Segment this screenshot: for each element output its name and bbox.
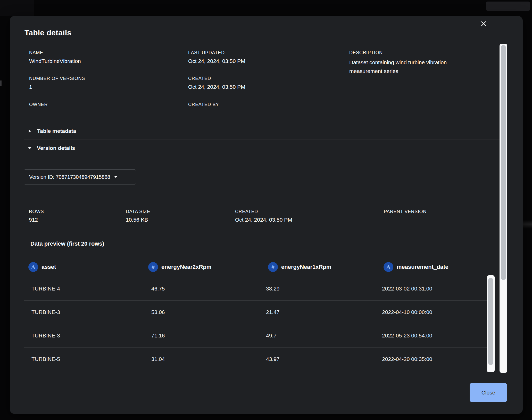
triangle-down-icon: [28, 147, 32, 150]
cell-energyNear2xRpm: 46.75: [151, 286, 165, 292]
column-name: energyNear2xRpm: [161, 264, 211, 270]
number-of-versions-value: 1: [29, 84, 32, 90]
created-value: Oct 24, 2024, 03:50 PM: [188, 84, 245, 90]
table-header-row: A asset # energyNear2xRpm # energyNear1x…: [24, 257, 495, 277]
table-row: TURBINE-5 31.04 43.97 2022-04-20 00:35:0…: [24, 348, 495, 371]
text-type-icon: A: [384, 262, 393, 272]
section-divider: [24, 140, 502, 140]
table-scrollbar-thumb[interactable]: [488, 278, 493, 365]
column-header-asset: A asset: [28, 262, 56, 272]
number-type-icon: #: [148, 262, 158, 272]
cell-measurement-date: 2022-04-10 00:00:00: [382, 309, 432, 315]
data-preview-heading: Data preview (first 20 rows): [30, 240, 104, 247]
dialog-scrollbar-thumb[interactable]: [501, 45, 506, 280]
number-type-icon: #: [268, 262, 278, 272]
created-by-label: CREATED BY: [188, 102, 219, 107]
version-created-value: Oct 24, 2024, 03:50 PM: [235, 217, 292, 223]
cell-energyNear1xRpm: 43.97: [266, 356, 280, 362]
owner-label: OWNER: [29, 102, 48, 107]
table-row: TURBINE-3 71.16 49.7 2022-05-23 00:54:00: [24, 324, 495, 348]
caret-down-icon: [114, 176, 118, 178]
cell-asset: TURBINE-3: [31, 333, 60, 339]
cell-energyNear2xRpm: 31.04: [151, 356, 165, 362]
close-icon[interactable]: [479, 19, 488, 28]
name-label: NAME: [29, 50, 43, 55]
table-metadata-label: Table metadata: [37, 128, 76, 134]
cell-energyNear1xRpm: 49.7: [266, 333, 277, 339]
dialog-title: Table details: [24, 28, 71, 37]
background-button-remnant: [486, 2, 530, 11]
version-details-label: Version details: [37, 145, 75, 151]
parent-version-value: --: [384, 217, 387, 223]
cell-asset: TURBINE-3: [31, 309, 60, 315]
created-label: CREATED: [188, 76, 211, 81]
version-id-dropdown[interactable]: Version ID: 7087173048947915868: [24, 169, 136, 184]
number-of-versions-label: NUMBER OF VERSIONS: [29, 76, 85, 81]
description-value: Dataset containing wind turbine vibratio…: [349, 58, 467, 76]
cell-measurement-date: 2022-03-02 00:31:00: [382, 286, 432, 292]
last-updated-label: LAST UPDATED: [188, 50, 225, 55]
data-preview-table: A asset # energyNear2xRpm # energyNear1x…: [24, 257, 495, 371]
version-id-value: Version ID: 7087173048947915868: [29, 174, 110, 180]
cell-measurement-date: 2022-04-20 00:35:00: [382, 356, 432, 362]
parent-version-label: PARENT VERSION: [384, 209, 427, 214]
background-panel: [0, 0, 34, 16]
table-metadata-expander[interactable]: Table metadata: [24, 127, 178, 135]
triangle-right-icon: [28, 129, 31, 133]
dialog-scrollbar-track[interactable]: [500, 44, 507, 373]
column-header-energyNear2xRpm: # energyNear2xRpm: [148, 262, 211, 272]
version-created-label: CREATED: [235, 209, 258, 214]
data-size-label: DATA SIZE: [126, 209, 150, 214]
column-name: energyNear1xRpm: [281, 264, 331, 270]
rows-value: 912: [29, 217, 38, 223]
cell-asset: TURBINE-4: [31, 286, 60, 292]
table-scrollbar-track[interactable]: [487, 275, 495, 372]
last-updated-value: Oct 24, 2024, 03:50 PM: [188, 58, 245, 64]
table-details-dialog: Table details NAME WindTurbineVibration …: [10, 16, 523, 414]
cell-measurement-date: 2022-05-23 00:54:00: [382, 333, 432, 339]
table-row: TURBINE-3 53.06 21.47 2022-04-10 00:00:0…: [24, 301, 495, 324]
cell-energyNear1xRpm: 38.29: [266, 286, 280, 292]
cell-energyNear2xRpm: 53.06: [151, 309, 165, 315]
background-streak: [523, 220, 532, 229]
name-value: WindTurbineVibration: [29, 58, 81, 64]
cell-asset: TURBINE-5: [31, 356, 60, 362]
background-edge-mark: [0, 80, 2, 86]
description-label: DESCRIPTION: [349, 50, 383, 55]
column-header-measurement_date: A measurement_date: [384, 262, 448, 272]
x-mark-icon: [480, 20, 487, 27]
table-row: TURBINE-4 46.75 38.29 2022-03-02 00:31:0…: [24, 277, 495, 301]
cell-energyNear1xRpm: 21.47: [266, 309, 280, 315]
column-name: asset: [41, 264, 56, 270]
data-size-value: 10.56 KB: [126, 217, 148, 223]
column-name: measurement_date: [397, 264, 448, 270]
text-type-icon: A: [28, 262, 38, 272]
close-button[interactable]: Close: [470, 383, 507, 402]
column-header-energyNear1xRpm: # energyNear1xRpm: [268, 262, 331, 272]
rows-label: ROWS: [29, 209, 44, 214]
cell-energyNear2xRpm: 71.16: [151, 333, 165, 339]
version-details-expander[interactable]: Version details: [24, 144, 178, 152]
